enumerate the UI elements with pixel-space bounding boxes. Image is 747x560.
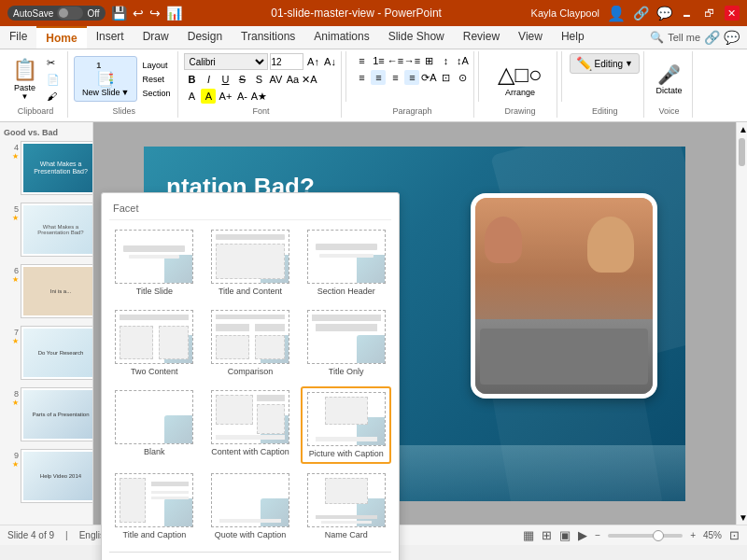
tab-animations[interactable]: Animations bbox=[304, 26, 378, 49]
char-spacing-btn[interactable]: AV bbox=[268, 72, 283, 87]
slide-thumb-8[interactable]: Parts of a Presentation bbox=[21, 387, 93, 441]
scroll-up-btn[interactable]: ▲ bbox=[737, 122, 747, 136]
scroll-down-btn[interactable]: ▼ bbox=[737, 511, 747, 525]
minimize-btn[interactable]: 🗕 bbox=[680, 6, 695, 21]
bullets-btn[interactable]: ≡ bbox=[354, 53, 369, 68]
font-color-btn[interactable]: A bbox=[184, 89, 199, 104]
highlight-btn[interactable]: A bbox=[201, 89, 216, 104]
view-reading-btn[interactable]: ▣ bbox=[559, 528, 571, 542]
redo-icon[interactable]: ↪ bbox=[149, 6, 161, 21]
align-center-btn[interactable]: ≡ bbox=[371, 70, 386, 85]
layout-item-section-header[interactable]: Section Header bbox=[301, 226, 391, 301]
slide-thumb-6[interactable]: Ini is a... bbox=[21, 264, 93, 318]
ribbon-share-icon[interactable]: 🔗 bbox=[704, 30, 720, 45]
layout-thumb-blank bbox=[115, 390, 193, 444]
autosave-toggle[interactable] bbox=[57, 7, 83, 20]
slide-thumb-9[interactable]: Help Video 2014 bbox=[21, 449, 93, 503]
layout-item-cwc[interactable]: Content with Caption bbox=[205, 386, 296, 465]
underline-btn[interactable]: U bbox=[218, 72, 233, 87]
font-fx-btn[interactable]: A★ bbox=[251, 89, 266, 104]
align-right-btn[interactable]: ≡ bbox=[388, 70, 402, 85]
layout-item-title-only[interactable]: Title Only bbox=[301, 306, 391, 381]
line-spacing-btn[interactable]: ↕ bbox=[438, 53, 453, 68]
increase-font-btn[interactable]: A↑ bbox=[305, 54, 320, 69]
tab-slideshow[interactable]: Slide Show bbox=[379, 26, 454, 49]
reset-btn[interactable]: Reset bbox=[138, 73, 174, 86]
arrange-btn[interactable]: Arrange bbox=[505, 88, 535, 97]
restore-btn[interactable]: 🗗 bbox=[702, 6, 717, 21]
fit-slide-btn[interactable]: ⊡ bbox=[729, 528, 740, 542]
layout-item-title-slide[interactable]: Title Slide bbox=[109, 226, 200, 301]
new-slide-button[interactable]: 1 📑 New Slide ▼ bbox=[74, 56, 137, 102]
case-btn[interactable]: Aa bbox=[285, 72, 300, 87]
tab-insert[interactable]: Insert bbox=[87, 26, 134, 49]
tab-review[interactable]: Review bbox=[454, 26, 509, 49]
tab-draw[interactable]: Draw bbox=[134, 26, 178, 49]
save-icon[interactable]: 💾 bbox=[111, 6, 127, 21]
bold-btn[interactable]: B bbox=[184, 72, 199, 87]
ribbon-comment-icon[interactable]: 💬 bbox=[724, 30, 740, 45]
layout-item-comparison[interactable]: Comparison bbox=[205, 306, 296, 381]
layout-item-nc[interactable]: Name Card bbox=[301, 469, 391, 544]
text-align-btn[interactable]: ⊡ bbox=[438, 70, 453, 85]
section-btn[interactable]: Section bbox=[138, 87, 174, 100]
font-size-input[interactable] bbox=[270, 53, 303, 70]
clear-format-btn[interactable]: ✕A bbox=[302, 72, 317, 87]
tab-home[interactable]: Home bbox=[36, 26, 86, 49]
menu-duplicate-slides[interactable]: ⧉ Duplicate Selected Slides bbox=[109, 556, 391, 560]
cols-btn[interactable]: ⊞ bbox=[421, 53, 436, 68]
tab-design[interactable]: Design bbox=[178, 26, 232, 49]
autosave-badge[interactable]: AutoSave Off bbox=[7, 6, 106, 21]
text-dir-btn[interactable]: ⟳A bbox=[421, 70, 436, 85]
slide-thumb-5[interactable]: What Makes a Presentation Bad? bbox=[21, 203, 93, 257]
decrease-indent-btn[interactable]: ←≡ bbox=[388, 53, 402, 68]
tab-transitions[interactable]: Transitions bbox=[232, 26, 304, 49]
presentation-icon[interactable]: 📊 bbox=[166, 6, 182, 21]
sort-btn[interactable]: ↕A bbox=[455, 53, 470, 68]
slideshow-btn[interactable]: ▶ bbox=[578, 528, 587, 542]
strikethrough-btn[interactable]: S bbox=[234, 72, 249, 87]
right-scrollbar[interactable]: ▲ ▼ bbox=[736, 122, 747, 525]
slide-thumb-7[interactable]: Do Your Research bbox=[21, 326, 93, 380]
shadow-btn[interactable]: S bbox=[251, 72, 266, 87]
font-size-up-btn[interactable]: A+ bbox=[218, 89, 233, 104]
editing-badge[interactable]: ✏️ Editing ▼ bbox=[570, 53, 640, 74]
smartart-btn[interactable]: ⊙ bbox=[455, 70, 470, 85]
font-family-select[interactable]: Calibri bbox=[184, 53, 268, 70]
shapes-icon[interactable]: △□○ bbox=[498, 62, 542, 88]
cut-btn[interactable]: ✂ bbox=[43, 55, 63, 71]
layout-item-pwc[interactable]: Picture with Caption bbox=[301, 386, 391, 465]
increase-indent-btn[interactable]: →≡ bbox=[404, 53, 419, 68]
copy-btn[interactable]: 📄 bbox=[43, 72, 63, 88]
close-btn[interactable]: ✕ bbox=[725, 6, 740, 21]
comments-icon[interactable]: 💬 bbox=[656, 6, 672, 21]
view-slide-sorter-btn[interactable]: ⊞ bbox=[542, 528, 552, 542]
italic-btn[interactable]: I bbox=[201, 72, 216, 87]
tab-view[interactable]: View bbox=[509, 26, 552, 49]
dictate-button[interactable]: 🎤 Dictate bbox=[651, 61, 686, 98]
tab-help[interactable]: Help bbox=[552, 26, 594, 49]
view-normal-btn[interactable]: ▦ bbox=[523, 528, 534, 542]
layout-item-tac[interactable]: Title and Caption bbox=[109, 469, 200, 544]
align-left-btn[interactable]: ≡ bbox=[354, 70, 369, 85]
numbering-btn[interactable]: 1≡ bbox=[371, 53, 386, 68]
format-painter-btn[interactable]: 🖌 bbox=[43, 89, 63, 104]
undo-icon[interactable]: ↩ bbox=[133, 6, 144, 21]
zoom-slider[interactable] bbox=[608, 534, 683, 538]
font-size-down-btn[interactable]: A- bbox=[234, 89, 249, 104]
paste-button[interactable]: 📋 Paste ▼ bbox=[7, 55, 42, 104]
justify-btn[interactable]: ≡ bbox=[404, 70, 419, 85]
layout-item-two-content[interactable]: Two Content bbox=[109, 306, 200, 381]
layout-btn[interactable]: Layout bbox=[138, 59, 174, 72]
scrollbar-thumb[interactable] bbox=[739, 138, 745, 166]
layout-item-blank[interactable]: Blank bbox=[109, 386, 200, 465]
layout-item-title-content[interactable]: Title and Content bbox=[205, 226, 296, 301]
zoom-out-btn[interactable]: − bbox=[595, 530, 600, 540]
zoom-in-btn[interactable]: + bbox=[690, 530, 696, 540]
decrease-font-btn[interactable]: A↓ bbox=[322, 54, 337, 69]
zoom-level[interactable]: 45% bbox=[703, 530, 722, 540]
tab-file[interactable]: File bbox=[0, 26, 36, 49]
slide-thumb-4[interactable]: What Makes a Presentation Bad? bbox=[21, 141, 93, 195]
share-icon[interactable]: 🔗 bbox=[633, 6, 649, 21]
layout-item-qwc[interactable]: Quote with Caption bbox=[205, 469, 296, 544]
